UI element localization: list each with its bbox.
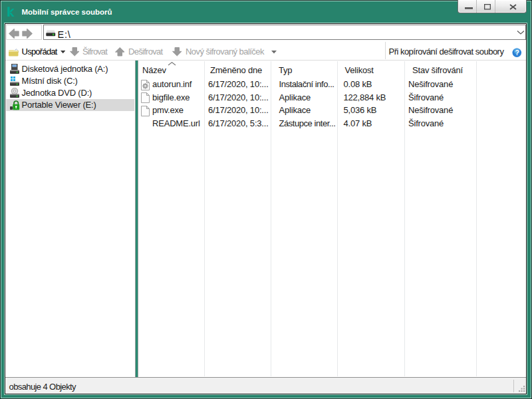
svg-text:?: ? xyxy=(515,49,519,57)
